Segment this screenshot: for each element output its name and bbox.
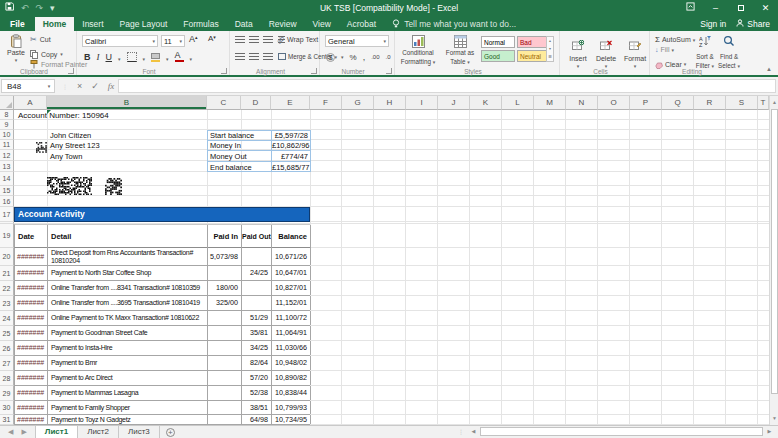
tab-data[interactable]: Data <box>227 17 261 31</box>
wrap-text-button[interactable]: Wrap Text <box>278 35 318 44</box>
column-header-paid-out[interactable]: Paid Out <box>242 225 272 249</box>
cut-button[interactable]: ✂ Cut <box>30 35 51 44</box>
number-dialog-launcher-icon[interactable] <box>386 68 392 74</box>
cell-account-number[interactable]: Account Number: 150964 <box>18 111 109 120</box>
cell-holder-name[interactable]: John Citizen <box>50 131 91 140</box>
cell-balance[interactable]: 10,734/95 <box>272 415 311 424</box>
cell-holder-street[interactable]: Any Street 123 <box>50 141 100 150</box>
column-header-K[interactable]: K <box>470 96 502 110</box>
shrink-font-button[interactable]: A▾ <box>208 34 216 43</box>
cell-holder-town[interactable]: Any Town <box>50 152 82 161</box>
cell-date[interactable]: ####### <box>15 401 48 414</box>
tab-view[interactable]: View <box>305 17 339 31</box>
cell-paid_in[interactable] <box>208 341 242 355</box>
cell-balance[interactable]: 10,647/01 <box>272 266 311 280</box>
cell-balance[interactable]: 11,030/66 <box>272 341 311 355</box>
row-header-25[interactable]: 25 <box>0 326 14 341</box>
sheet-nav-right-icon[interactable]: ▶ <box>21 428 26 436</box>
find-select-button[interactable]: Find & Select ▾ <box>718 34 740 71</box>
paste-button[interactable]: Paste ▾ <box>4 34 28 63</box>
transaction-row[interactable]: #######Payment to Goodman Street Cafe35/… <box>14 326 310 341</box>
cell-balance[interactable]: 10,671/26 <box>272 248 311 265</box>
cell-paid_in[interactable] <box>208 311 242 325</box>
cell-detail[interactable]: Payment to Bmr <box>48 356 208 370</box>
accounting-format-icon[interactable]: $ <box>326 53 335 62</box>
cell-detail[interactable]: Online Transfer from ....3695 Transactio… <box>48 296 208 310</box>
tab-formulas[interactable]: Formulas <box>175 17 226 31</box>
delete-cells-button[interactable]: Delete ▾ <box>594 36 618 69</box>
transaction-row[interactable]: #######Payment to Family Shopper38/5110,… <box>14 401 310 415</box>
align-bottom-icon[interactable] <box>263 36 273 44</box>
row-header-21[interactable]: 21 <box>0 266 14 281</box>
tab-insert[interactable]: Insert <box>74 17 111 31</box>
autosum-button[interactable]: Σ AutoSum▾ <box>655 35 695 44</box>
cell-balance[interactable]: 10,838/44 <box>272 386 311 400</box>
row-header-17[interactable]: 17 <box>0 207 14 222</box>
tab-file[interactable]: File <box>0 17 35 31</box>
summary-label[interactable]: Money Out <box>210 152 270 161</box>
cell-balance[interactable]: 10,799/93 <box>272 401 311 414</box>
row-header-24[interactable]: 24 <box>0 311 14 326</box>
cell-paid_out[interactable] <box>242 281 272 295</box>
font-color-icon[interactable]: A <box>175 51 184 62</box>
styles-gallery-scroll[interactable]: ▴▾☰ <box>546 36 554 62</box>
cell-date[interactable]: ####### <box>15 415 48 424</box>
cell-paid_out[interactable]: 34/25 <box>242 341 272 355</box>
cell-paid_out[interactable]: 82/64 <box>242 356 272 370</box>
cell-date[interactable]: ####### <box>15 386 48 400</box>
transaction-row[interactable]: #######Online Transfer from ....3695 Tra… <box>14 296 310 311</box>
cell-balance[interactable]: 10,890/82 <box>272 371 311 385</box>
summary-value[interactable]: £10,862/96 <box>272 141 308 150</box>
cell-date[interactable]: ####### <box>15 326 48 340</box>
fx-icon[interactable]: fx <box>108 81 115 91</box>
column-header-B[interactable]: B <box>47 96 207 110</box>
sheet-tab-3[interactable]: Лист3 <box>119 426 160 438</box>
decrease-decimal-icon[interactable]: .0 <box>386 54 391 60</box>
name-box-dropdown-icon[interactable]: ▾ <box>44 79 54 93</box>
cell-paid_in[interactable] <box>208 326 242 340</box>
cell-date[interactable]: ####### <box>15 311 48 325</box>
transaction-row[interactable]: #######Direct Deposit from Rns Accountan… <box>14 248 310 266</box>
grow-font-button[interactable]: A▴ <box>189 34 198 44</box>
minimize-icon[interactable]: – <box>703 0 728 17</box>
vertical-scrollbar[interactable]: ▲ ▼ <box>769 96 778 425</box>
row-header-16[interactable]: 16 <box>0 196 14 207</box>
cell-paid_in[interactable]: 325/00 <box>208 296 242 310</box>
row-header-29[interactable]: 29 <box>0 386 14 401</box>
cell-paid_in[interactable]: 5,073/98 <box>208 248 242 265</box>
cell-paid_in[interactable] <box>208 415 242 424</box>
cell-paid_out[interactable] <box>242 248 272 265</box>
cell-paid_in[interactable] <box>208 266 242 280</box>
add-sheet-button[interactable]: + <box>166 428 175 437</box>
column-header-T[interactable]: T <box>758 96 769 110</box>
row-header-8[interactable]: 8 <box>0 110 14 120</box>
row-header-9[interactable]: 9 <box>0 120 14 130</box>
align-center-icon[interactable] <box>249 53 259 61</box>
format-as-table-button[interactable]: Format as Table ▾ <box>441 34 479 67</box>
align-top-icon[interactable] <box>235 36 245 44</box>
account-activity-header[interactable]: Account Activity <box>14 207 310 222</box>
column-header-H[interactable]: H <box>374 96 406 110</box>
transaction-row[interactable]: #######Payment to Insta-Hire34/2511,030/… <box>14 341 310 356</box>
fill-button[interactable]: ↓ Fill▾ <box>655 45 674 54</box>
vertical-scroll-thumb[interactable] <box>771 109 778 394</box>
align-middle-icon[interactable] <box>249 36 259 44</box>
summary-label[interactable]: Money In <box>210 141 270 150</box>
column-header-F[interactable]: F <box>310 96 342 110</box>
row-header-13[interactable]: 13 <box>0 161 14 172</box>
cell-paid_out[interactable]: 38/51 <box>242 401 272 414</box>
percent-icon[interactable]: % <box>350 53 357 62</box>
cell-detail[interactable]: Payment to Goodman Street Cafe <box>48 326 208 340</box>
enter-icon[interactable]: ✓ <box>91 81 99 91</box>
cell-paid_out[interactable]: 52/38 <box>242 386 272 400</box>
cell-detail[interactable]: Payment to Insta-Hire <box>48 341 208 355</box>
cell-detail[interactable]: Direct Deposit from Rns Accountants Tran… <box>48 248 208 265</box>
column-header-S[interactable]: S <box>726 96 758 110</box>
tell-me-box[interactable]: Tell me what you want to do... <box>384 17 524 31</box>
bold-button[interactable]: B <box>84 52 91 62</box>
accounting-dropdown-icon[interactable]: ▾ <box>341 54 344 60</box>
transaction-row[interactable]: #######Payment to Bmr82/6410,948/02 <box>14 356 310 371</box>
summary-label[interactable]: Start balance <box>210 131 270 140</box>
cell-paid_out[interactable]: 35/81 <box>242 326 272 340</box>
cell-paid_out[interactable]: 24/25 <box>242 266 272 280</box>
